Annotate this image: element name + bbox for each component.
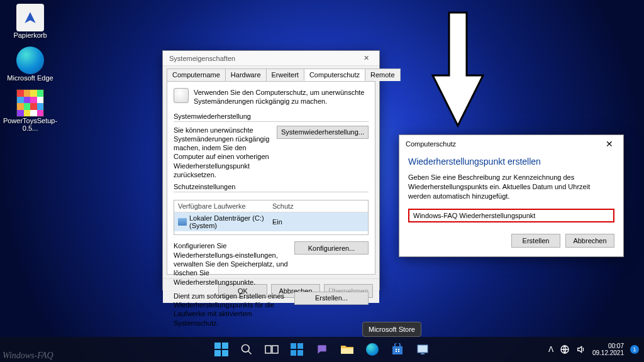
svg-rect-8 bbox=[291, 343, 296, 349]
restore-point-name-input[interactable] bbox=[408, 209, 614, 222]
edge-icon bbox=[16, 47, 44, 74]
svg-rect-13 bbox=[392, 346, 402, 354]
svg-rect-10 bbox=[291, 350, 296, 356]
col-prot: Schutz bbox=[272, 202, 294, 210]
create-restore-point-dialog: Computerschutz ✕ Wiederherstellungspunkt… bbox=[399, 134, 624, 257]
desktop-icon-powertoys[interactable]: PowerToysSetup-0.5... bbox=[6, 89, 54, 132]
configure-button[interactable]: Konfigurieren... bbox=[294, 241, 369, 255]
drive-row[interactable]: Lokaler Datenträger (C:) (System) Ein bbox=[174, 212, 368, 231]
close-button[interactable]: ✕ bbox=[598, 136, 621, 151]
shield-icon bbox=[174, 88, 189, 103]
svg-rect-3 bbox=[222, 350, 228, 356]
tab-hardware[interactable]: Hardware bbox=[225, 69, 267, 81]
titlebar[interactable]: Systemeigenschaften ✕ bbox=[163, 51, 379, 66]
desktop-icon-label: Papierkorb bbox=[13, 31, 47, 39]
start-button[interactable] bbox=[210, 338, 233, 361]
taskbar: ᐱ 00:07 09.12.2021 1 bbox=[0, 337, 644, 362]
desktop-icon-label: PowerToysSetup-0.5... bbox=[3, 117, 57, 132]
svg-rect-1 bbox=[222, 343, 228, 349]
dialog-title: Computerschutz bbox=[406, 140, 456, 148]
configure-text: Konfigurieren Sie Wiederherstellungs-ein… bbox=[174, 241, 289, 286]
desktop-icon-recycle-bin[interactable]: Papierkorb bbox=[6, 4, 54, 39]
close-button[interactable]: ✕ bbox=[357, 53, 375, 64]
dialog-heading: Wiederherstellungspunkt erstellen bbox=[408, 156, 614, 167]
svg-rect-2 bbox=[214, 350, 221, 356]
desktop-icon-edge[interactable]: Microsoft Edge bbox=[6, 47, 54, 82]
col-drive: Verfügbare Laufwerke bbox=[178, 202, 272, 210]
drive-icon bbox=[178, 218, 187, 226]
intro-text: Verwenden Sie den Computerschutz, um une… bbox=[194, 88, 369, 106]
window-title: Systemeigenschaften bbox=[169, 55, 235, 62]
drive-prot: Ein bbox=[272, 218, 282, 226]
tab-computerschutz[interactable]: Computerschutz bbox=[304, 69, 365, 81]
cursor-arrow-annotation bbox=[426, 6, 489, 132]
svg-rect-6 bbox=[265, 346, 271, 353]
powertoys-icon bbox=[16, 89, 44, 117]
tray-chevron-icon[interactable]: ᐱ bbox=[548, 345, 553, 354]
chat-button[interactable] bbox=[311, 338, 333, 361]
restore-text: Sie können unerwünschte Systemänderungen… bbox=[174, 126, 272, 180]
widgets-button[interactable] bbox=[286, 338, 308, 361]
svg-rect-12 bbox=[341, 348, 353, 354]
svg-line-5 bbox=[248, 351, 252, 354]
drive-name: Lokaler Datenträger (C:) (System) bbox=[189, 214, 272, 229]
tab-erweitert[interactable]: Erweitert bbox=[266, 69, 304, 81]
dialog-titlebar[interactable]: Computerschutz ✕ bbox=[399, 135, 623, 153]
drive-list[interactable]: Verfügbare Laufwerke Schutz Lokaler Date… bbox=[174, 200, 369, 235]
volume-icon[interactable] bbox=[576, 344, 586, 354]
svg-rect-9 bbox=[297, 343, 303, 349]
dialog-create-button[interactable]: Erstellen bbox=[511, 234, 560, 248]
svg-rect-15 bbox=[421, 353, 425, 354]
clock[interactable]: 00:07 09.12.2021 bbox=[592, 343, 624, 357]
tab-remote[interactable]: Remote bbox=[365, 69, 401, 81]
system-restore-button[interactable]: Systemwiederherstellung... bbox=[277, 126, 369, 139]
tabs: Computername Hardware Erweitert Computer… bbox=[163, 66, 379, 81]
dialog-desc: Geben Sie eine Beschreibung zur Kennzeic… bbox=[408, 173, 614, 201]
svg-rect-14 bbox=[418, 345, 428, 353]
tab-computername[interactable]: Computername bbox=[167, 69, 226, 81]
system-properties-taskbar[interactable] bbox=[411, 338, 434, 361]
store-button[interactable] bbox=[386, 338, 409, 361]
tab-body: Verwenden Sie den Computerschutz, um une… bbox=[167, 81, 375, 275]
file-explorer-button[interactable] bbox=[336, 338, 358, 361]
svg-point-4 bbox=[242, 345, 250, 353]
dialog-cancel-button[interactable]: Abbrechen bbox=[565, 234, 614, 248]
search-button[interactable] bbox=[235, 338, 258, 361]
edge-button[interactable] bbox=[361, 338, 384, 361]
network-icon[interactable] bbox=[560, 344, 570, 354]
recycle-bin-icon bbox=[16, 4, 44, 31]
group-title-settings: Schutzeinstellungen bbox=[174, 183, 369, 190]
notification-badge[interactable]: 1 bbox=[630, 345, 639, 354]
taskbar-tooltip: Microsoft Store bbox=[362, 322, 421, 337]
create-text: Dient zum sofortigen Erstellen eines Wie… bbox=[174, 292, 289, 327]
time: 00:07 bbox=[592, 343, 624, 350]
group-title-restore: Systemwiederherstellung bbox=[174, 112, 369, 120]
svg-rect-7 bbox=[272, 346, 278, 353]
create-button[interactable]: Erstellen... bbox=[294, 292, 369, 305]
task-view-button[interactable] bbox=[260, 338, 283, 361]
desktop-icon-label: Microsoft Edge bbox=[7, 74, 53, 82]
svg-rect-11 bbox=[297, 350, 303, 356]
date: 09.12.2021 bbox=[592, 349, 624, 357]
svg-rect-0 bbox=[214, 343, 221, 349]
system-properties-window: Systemeigenschaften ✕ Computername Hardw… bbox=[162, 50, 380, 290]
